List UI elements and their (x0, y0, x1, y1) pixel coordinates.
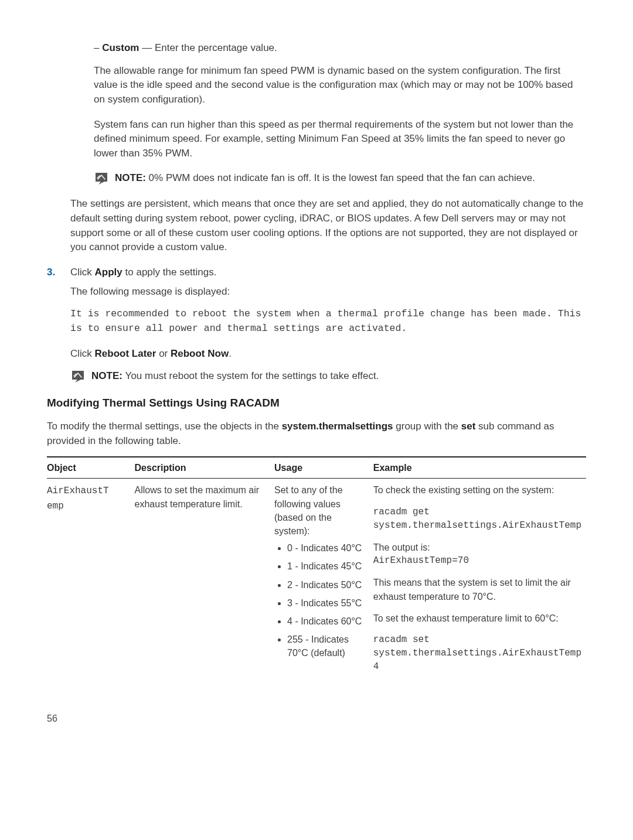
note-prefix: NOTE: (115, 172, 149, 183)
example-p3: This means that the system is set to lim… (373, 576, 581, 603)
note-body: NOTE: 0% PWM does not indicate fan is of… (115, 171, 586, 186)
custom-label: Custom (102, 42, 139, 53)
step-text: Click Apply to apply the settings. (70, 265, 586, 280)
note-text: 0% PWM does not indicate fan is off. It … (149, 172, 535, 183)
click-reboot: Click Reboot Later or Reboot Now. (70, 347, 586, 361)
svg-marker-0 (96, 173, 107, 185)
section-intro: To modify the thermal settings, use the … (47, 419, 586, 448)
table-row: AirExhaustT emp Allows to set the maximu… (47, 479, 586, 677)
note-prefix: NOTE: (91, 370, 125, 381)
example-p2: The output is: (373, 541, 581, 554)
example-code1: racadm get system.thermalsettings.AirExh… (373, 506, 581, 532)
apply-label: Apply (95, 267, 122, 278)
cell-example: To check the existing setting on the sys… (373, 479, 586, 677)
list-item: 4 - Indicates 60°C (287, 614, 369, 628)
section-title: Modifying Thermal Settings Using RACADM (47, 395, 586, 411)
note-text: You must reboot the system for the setti… (125, 370, 379, 381)
note-icon (94, 171, 109, 186)
list-item: 255 - Indicates 70°C (default) (287, 633, 369, 660)
list-item: 1 - Indicates 45°C (287, 559, 369, 573)
paragraph-system-fans: System fans can run higher than this spe… (94, 118, 586, 161)
reboot-now-label: Reboot Now (171, 348, 229, 359)
example-p4: To set the exhaust temperature limit to … (373, 612, 581, 625)
step-3: 3. Click Apply to apply the settings. (47, 265, 586, 280)
th-object: Object (47, 457, 135, 479)
example-p1: To check the existing setting on the sys… (373, 483, 581, 497)
page-number: 56 (47, 712, 586, 725)
custom-desc: — Enter the percentage value. (139, 42, 277, 53)
set-label: set (461, 421, 476, 432)
note-reboot: NOTE: You must reboot the system for the… (70, 369, 586, 384)
step-number: 3. (47, 265, 70, 280)
cell-usage: Set to any of the following values (base… (274, 479, 373, 677)
list-item: 0 - Indicates 40°C (287, 541, 369, 555)
example-code3: racadm set system.thermalsettings.AirExh… (373, 633, 581, 674)
paragraph-allowable-range: The allowable range for minimum fan spee… (94, 64, 586, 107)
note-body: NOTE: You must reboot the system for the… (91, 369, 586, 384)
cell-description: Allows to set the maximum air exhaust te… (135, 479, 274, 677)
list-item: 2 - Indicates 50°C (287, 578, 369, 592)
list-item: 3 - Indicates 55°C (287, 596, 369, 610)
usage-intro: Set to any of the following values (base… (274, 483, 369, 538)
th-description: Description (135, 457, 274, 479)
svg-marker-1 (72, 371, 84, 383)
step-follow-text: The following message is displayed: (70, 285, 586, 299)
custom-bullet: – Custom — Enter the percentage value. (94, 41, 586, 56)
thermalsettings-label: system.thermalsettings (282, 421, 393, 432)
th-example: Example (373, 457, 586, 479)
paragraph-persistent: The settings are persistent, which means… (70, 197, 586, 255)
note-pwm: NOTE: 0% PWM does not indicate fan is of… (94, 171, 586, 186)
note-icon (70, 369, 86, 384)
usage-list: 0 - Indicates 40°C 1 - Indicates 45°C 2 … (274, 541, 369, 660)
th-usage: Usage (274, 457, 373, 479)
example-code2: AirExhaustTemp=70 (373, 554, 581, 568)
cell-object: AirExhaustT emp (47, 479, 135, 677)
reboot-message-code: It is recommended to reboot the system w… (70, 307, 586, 336)
reboot-later-label: Reboot Later (95, 348, 156, 359)
thermal-settings-table: Object Description Usage Example AirExha… (47, 456, 586, 676)
